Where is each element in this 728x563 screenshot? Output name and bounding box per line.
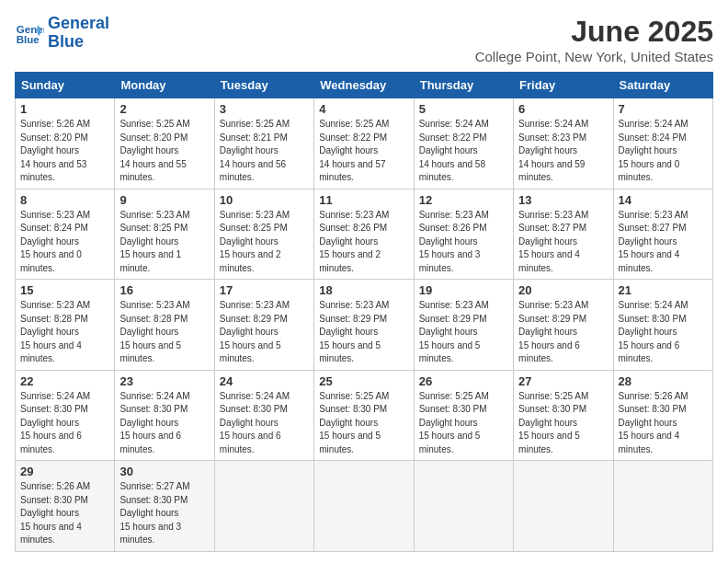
day-info: Sunrise: 5:26 AMSunset: 8:30 PMDaylight … bbox=[20, 480, 109, 547]
table-row bbox=[514, 461, 613, 552]
day-info: Sunrise: 5:23 AMSunset: 8:27 PMDaylight … bbox=[518, 209, 608, 276]
day-number: 24 bbox=[220, 374, 309, 388]
month-title: June 2025 bbox=[475, 15, 713, 49]
day-number: 5 bbox=[419, 102, 508, 116]
day-number: 18 bbox=[319, 283, 408, 297]
table-row: 8Sunrise: 5:23 AMSunset: 8:24 PMDaylight… bbox=[16, 189, 115, 280]
table-row bbox=[214, 461, 313, 552]
day-number: 11 bbox=[319, 193, 408, 207]
day-number: 10 bbox=[220, 193, 309, 207]
day-info: Sunrise: 5:23 AMSunset: 8:27 PMDaylight … bbox=[619, 209, 708, 276]
day-info: Sunrise: 5:24 AMSunset: 8:30 PMDaylight … bbox=[220, 390, 309, 457]
day-number: 3 bbox=[220, 102, 309, 116]
table-row: 25Sunrise: 5:25 AMSunset: 8:30 PMDayligh… bbox=[314, 370, 414, 461]
logo-text: General Blue bbox=[48, 15, 109, 52]
table-row: 28Sunrise: 5:26 AMSunset: 8:30 PMDayligh… bbox=[613, 370, 712, 461]
day-number: 20 bbox=[518, 283, 608, 297]
day-number: 9 bbox=[119, 193, 209, 207]
col-header-monday: Monday bbox=[115, 73, 214, 98]
table-row: 24Sunrise: 5:24 AMSunset: 8:30 PMDayligh… bbox=[214, 370, 313, 461]
day-info: Sunrise: 5:25 AMSunset: 8:20 PMDaylight … bbox=[119, 118, 209, 185]
day-number: 19 bbox=[419, 283, 508, 297]
table-row: 12Sunrise: 5:23 AMSunset: 8:26 PMDayligh… bbox=[414, 189, 513, 280]
table-row: 2Sunrise: 5:25 AMSunset: 8:20 PMDaylight… bbox=[115, 98, 214, 190]
day-info: Sunrise: 5:23 AMSunset: 8:28 PMDaylight … bbox=[119, 299, 209, 366]
table-row: 4Sunrise: 5:25 AMSunset: 8:22 PMDaylight… bbox=[314, 98, 414, 190]
table-row: 5Sunrise: 5:24 AMSunset: 8:22 PMDaylight… bbox=[414, 98, 513, 190]
location-title: College Point, New York, United States bbox=[475, 49, 713, 64]
table-row: 22Sunrise: 5:24 AMSunset: 8:30 PMDayligh… bbox=[16, 370, 115, 461]
table-row: 30Sunrise: 5:27 AMSunset: 8:30 PMDayligh… bbox=[115, 461, 214, 552]
table-row: 18Sunrise: 5:23 AMSunset: 8:29 PMDayligh… bbox=[314, 280, 414, 371]
day-info: Sunrise: 5:23 AMSunset: 8:29 PMDaylight … bbox=[220, 299, 309, 366]
table-row bbox=[314, 461, 414, 552]
col-header-tuesday: Tuesday bbox=[214, 73, 313, 98]
table-row: 14Sunrise: 5:23 AMSunset: 8:27 PMDayligh… bbox=[613, 189, 712, 280]
day-info: Sunrise: 5:24 AMSunset: 8:30 PMDaylight … bbox=[119, 390, 209, 457]
day-number: 30 bbox=[119, 465, 209, 478]
table-row: 23Sunrise: 5:24 AMSunset: 8:30 PMDayligh… bbox=[115, 370, 214, 461]
table-row: 10Sunrise: 5:23 AMSunset: 8:25 PMDayligh… bbox=[214, 189, 313, 280]
table-row: 19Sunrise: 5:23 AMSunset: 8:29 PMDayligh… bbox=[414, 280, 513, 371]
day-info: Sunrise: 5:25 AMSunset: 8:22 PMDaylight … bbox=[319, 118, 408, 185]
day-info: Sunrise: 5:24 AMSunset: 8:23 PMDaylight … bbox=[518, 118, 608, 185]
col-header-friday: Friday bbox=[514, 73, 613, 98]
day-info: Sunrise: 5:23 AMSunset: 8:29 PMDaylight … bbox=[518, 299, 608, 366]
calendar-table: SundayMondayTuesdayWednesdayThursdayFrid… bbox=[15, 72, 713, 552]
table-row bbox=[613, 461, 712, 552]
day-number: 1 bbox=[20, 102, 109, 116]
day-info: Sunrise: 5:25 AMSunset: 8:21 PMDaylight … bbox=[220, 118, 309, 185]
day-number: 6 bbox=[518, 102, 608, 116]
table-row: 27Sunrise: 5:25 AMSunset: 8:30 PMDayligh… bbox=[514, 370, 613, 461]
day-info: Sunrise: 5:26 AMSunset: 8:20 PMDaylight … bbox=[20, 118, 109, 185]
day-number: 28 bbox=[619, 374, 708, 388]
day-number: 4 bbox=[319, 102, 408, 116]
day-number: 27 bbox=[518, 374, 608, 388]
table-row: 26Sunrise: 5:25 AMSunset: 8:30 PMDayligh… bbox=[414, 370, 513, 461]
table-row: 29Sunrise: 5:26 AMSunset: 8:30 PMDayligh… bbox=[16, 461, 115, 552]
day-number: 15 bbox=[20, 283, 109, 297]
day-info: Sunrise: 5:23 AMSunset: 8:24 PMDaylight … bbox=[20, 209, 109, 276]
day-info: Sunrise: 5:25 AMSunset: 8:30 PMDaylight … bbox=[319, 390, 408, 457]
table-row: 17Sunrise: 5:23 AMSunset: 8:29 PMDayligh… bbox=[214, 280, 313, 371]
day-info: Sunrise: 5:23 AMSunset: 8:25 PMDaylight … bbox=[220, 209, 309, 276]
table-row: 20Sunrise: 5:23 AMSunset: 8:29 PMDayligh… bbox=[514, 280, 613, 371]
day-number: 13 bbox=[518, 193, 608, 207]
table-row: 1Sunrise: 5:26 AMSunset: 8:20 PMDaylight… bbox=[16, 98, 115, 190]
col-header-sunday: Sunday bbox=[16, 73, 115, 98]
day-number: 12 bbox=[419, 193, 508, 207]
col-header-thursday: Thursday bbox=[414, 73, 513, 98]
day-info: Sunrise: 5:23 AMSunset: 8:25 PMDaylight … bbox=[119, 209, 209, 276]
day-number: 2 bbox=[119, 102, 209, 116]
day-info: Sunrise: 5:27 AMSunset: 8:30 PMDaylight … bbox=[119, 480, 209, 547]
day-info: Sunrise: 5:24 AMSunset: 8:30 PMDaylight … bbox=[20, 390, 109, 457]
day-info: Sunrise: 5:23 AMSunset: 8:29 PMDaylight … bbox=[419, 299, 508, 366]
day-number: 17 bbox=[220, 283, 309, 297]
table-row bbox=[414, 461, 513, 552]
table-row: 6Sunrise: 5:24 AMSunset: 8:23 PMDaylight… bbox=[514, 98, 613, 190]
day-info: Sunrise: 5:24 AMSunset: 8:24 PMDaylight … bbox=[619, 118, 708, 185]
day-info: Sunrise: 5:26 AMSunset: 8:30 PMDaylight … bbox=[619, 390, 708, 457]
col-header-wednesday: Wednesday bbox=[314, 73, 414, 98]
day-number: 25 bbox=[319, 374, 408, 388]
logo: General Blue General Blue bbox=[15, 15, 109, 52]
day-number: 8 bbox=[20, 193, 109, 207]
table-row: 13Sunrise: 5:23 AMSunset: 8:27 PMDayligh… bbox=[514, 189, 613, 280]
day-number: 29 bbox=[20, 465, 109, 478]
table-row: 15Sunrise: 5:23 AMSunset: 8:28 PMDayligh… bbox=[16, 280, 115, 371]
day-info: Sunrise: 5:23 AMSunset: 8:28 PMDaylight … bbox=[20, 299, 109, 366]
table-row: 9Sunrise: 5:23 AMSunset: 8:25 PMDaylight… bbox=[115, 189, 214, 280]
table-row: 16Sunrise: 5:23 AMSunset: 8:28 PMDayligh… bbox=[115, 280, 214, 371]
day-info: Sunrise: 5:23 AMSunset: 8:26 PMDaylight … bbox=[319, 209, 408, 276]
table-row: 7Sunrise: 5:24 AMSunset: 8:24 PMDaylight… bbox=[613, 98, 712, 190]
table-row: 11Sunrise: 5:23 AMSunset: 8:26 PMDayligh… bbox=[314, 189, 414, 280]
day-number: 22 bbox=[20, 374, 109, 388]
day-number: 14 bbox=[619, 193, 708, 207]
day-number: 16 bbox=[119, 283, 209, 297]
day-info: Sunrise: 5:24 AMSunset: 8:22 PMDaylight … bbox=[419, 118, 508, 185]
day-info: Sunrise: 5:23 AMSunset: 8:26 PMDaylight … bbox=[419, 209, 508, 276]
day-number: 23 bbox=[119, 374, 209, 388]
day-number: 21 bbox=[619, 283, 708, 297]
svg-text:Blue: Blue bbox=[17, 33, 40, 44]
col-header-saturday: Saturday bbox=[613, 73, 712, 98]
